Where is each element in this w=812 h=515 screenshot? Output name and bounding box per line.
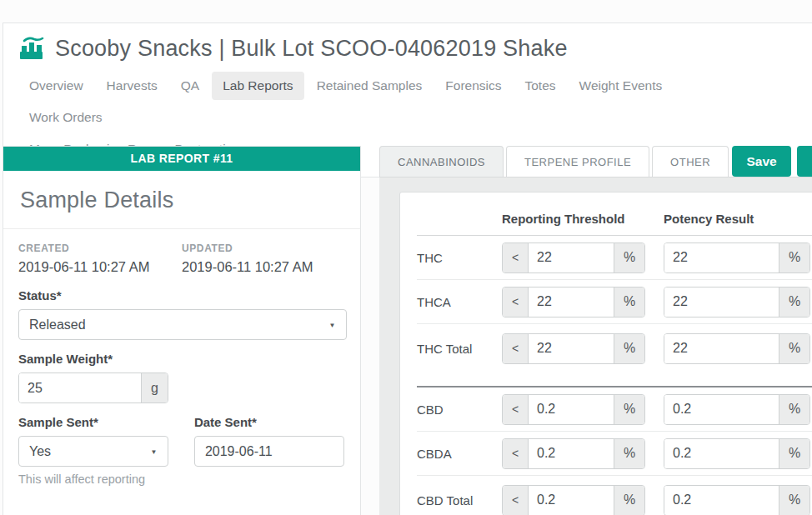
- nav-row-1: Overview Harvests QA Lab Reports Retaine…: [18, 72, 769, 135]
- sample-sent-hint: This will affect reporting: [18, 472, 194, 486]
- title-row: Scooby Snacks | Bulk Lot SCOO-04062019 S…: [18, 35, 812, 62]
- table-row-thc-total: THC Total < %: [417, 324, 812, 386]
- table-row-thc: THC < % %: [417, 236, 812, 280]
- thc-total-result-group: %: [664, 333, 810, 364]
- thc-total-threshold-group: < %: [502, 333, 645, 364]
- thc-threshold-input[interactable]: [529, 243, 614, 272]
- analyte-label: CBD Total: [417, 493, 502, 508]
- sample-sent-select[interactable]: Yes ▼: [18, 436, 168, 467]
- percent-addon: %: [779, 486, 809, 515]
- analyte-label: CBDA: [417, 447, 502, 461]
- cbda-result-input[interactable]: [664, 439, 779, 468]
- thc-result-input[interactable]: [664, 243, 779, 272]
- percent-addon: %: [614, 439, 644, 468]
- nav-item-work-orders[interactable]: Work Orders: [18, 103, 113, 132]
- sample-sent-col: Sample Sent* Yes ▼ This will affect repo…: [18, 403, 194, 486]
- date-sent-input[interactable]: [194, 436, 344, 467]
- cbd-result-input[interactable]: [664, 395, 779, 424]
- cbd-threshold-input[interactable]: [529, 395, 614, 424]
- status-select[interactable]: Released ▼: [18, 309, 347, 340]
- nav-item-weight-events[interactable]: Weight Events: [569, 72, 674, 100]
- tab-terpene-profile[interactable]: TERPENE PROFILE: [506, 146, 649, 177]
- sent-row: Sample Sent* Yes ▼ This will affect repo…: [18, 403, 345, 486]
- less-than-addon: <: [503, 486, 529, 515]
- cbda-threshold-group: < %: [502, 438, 645, 469]
- percent-addon: %: [614, 486, 644, 515]
- tab-other[interactable]: OTHER: [652, 146, 729, 177]
- nav-item-retained-samples[interactable]: Retained Samples: [306, 72, 434, 100]
- nav-item-forensics[interactable]: Forensics: [434, 72, 512, 100]
- sample-body: CREATED 2019-06-11 10:27 AM UPDATED 2019…: [3, 229, 360, 486]
- page-title: Scooby Snacks | Bulk Lot SCOO-04062019 S…: [55, 36, 568, 62]
- cannabinoids-tab-content: Reporting Threshold Potency Result THC <: [379, 177, 812, 515]
- cbd-total-result-input[interactable]: [664, 486, 779, 515]
- page: Scooby Snacks | Bulk Lot SCOO-04062019 S…: [0, 0, 812, 515]
- sample-details-card: LAB REPORT #11 Sample Details CREATED 20…: [3, 146, 361, 515]
- updated-value: 2019-06-11 10:27 AM: [182, 259, 345, 275]
- main: LAB REPORT #11 Sample Details CREATED 20…: [3, 146, 812, 515]
- less-than-addon: <: [503, 439, 529, 468]
- cbda-result-group: %: [664, 438, 810, 469]
- potency-table-card: Reporting Threshold Potency Result THC <: [399, 192, 812, 515]
- created-label: CREATED: [18, 242, 182, 254]
- analyte-label: THCA: [417, 295, 502, 309]
- cbd-threshold-group: < %: [502, 394, 645, 425]
- percent-addon: %: [614, 288, 644, 317]
- cbd-total-threshold-input[interactable]: [529, 486, 614, 515]
- thc-total-result-input[interactable]: [664, 334, 779, 363]
- date-sent-label: Date Sent*: [194, 415, 345, 429]
- save-secondary-button[interactable]: S: [797, 146, 812, 177]
- actions: Save S: [732, 146, 812, 177]
- percent-addon: %: [614, 334, 644, 363]
- sample-weight-label: Sample Weight*: [18, 352, 345, 366]
- analyte-label: THC Total: [417, 342, 502, 356]
- less-than-addon: <: [503, 334, 529, 363]
- percent-addon: %: [614, 243, 644, 272]
- thca-result-group: %: [664, 287, 810, 318]
- percent-addon: %: [779, 288, 809, 317]
- percent-addon: %: [779, 243, 809, 272]
- nav-item-lab-reports[interactable]: Lab Reports: [212, 72, 303, 100]
- thca-result-input[interactable]: [664, 288, 779, 317]
- analyte-label: CBD: [417, 402, 502, 417]
- table-row-cbd-total: CBD Total < %: [417, 476, 812, 515]
- weight-unit-addon: g: [141, 373, 168, 402]
- results-panel: CANNABINOIDS TERPENE PROFILE OTHER Save …: [379, 146, 812, 515]
- cbd-result-group: %: [664, 394, 810, 425]
- table-row-thca: THCA < % %: [417, 280, 812, 324]
- sample-sent-label: Sample Sent*: [18, 415, 194, 429]
- potency-result-header: Potency Result: [664, 212, 810, 226]
- less-than-addon: <: [503, 288, 529, 317]
- chevron-down-icon: ▼: [151, 448, 158, 455]
- sample-details-heading: Sample Details: [20, 188, 343, 213]
- cbd-total-threshold-group: < %: [502, 485, 645, 515]
- cbd-total-result-group: %: [664, 485, 810, 515]
- less-than-addon: <: [503, 243, 529, 272]
- percent-addon: %: [779, 334, 809, 363]
- status-label: Status*: [18, 288, 345, 302]
- thc-result-group: %: [664, 242, 810, 273]
- nav-item-harvests[interactable]: Harvests: [96, 72, 168, 100]
- nav-item-overview[interactable]: Overview: [18, 72, 94, 100]
- created-value: 2019-06-11 10:27 AM: [18, 259, 182, 275]
- sample-weight-input[interactable]: [19, 373, 141, 402]
- tab-cannabinoids[interactable]: CANNABINOIDS: [379, 146, 504, 177]
- thc-threshold-group: < %: [502, 242, 645, 273]
- updated-label: UPDATED: [182, 242, 345, 254]
- date-sent-col: Date Sent*: [194, 403, 345, 486]
- cbda-threshold-input[interactable]: [529, 439, 614, 468]
- thca-threshold-input[interactable]: [529, 288, 614, 317]
- status-select-value: Released: [29, 318, 86, 332]
- less-than-addon: <: [503, 395, 529, 424]
- thc-total-threshold-input[interactable]: [529, 334, 614, 363]
- created-col: CREATED 2019-06-11 10:27 AM: [18, 242, 182, 275]
- save-button[interactable]: Save: [732, 146, 790, 177]
- tabs: CANNABINOIDS TERPENE PROFILE OTHER: [379, 146, 729, 177]
- dates-row: CREATED 2019-06-11 10:27 AM UPDATED 2019…: [18, 242, 345, 275]
- nav-item-totes[interactable]: Totes: [514, 72, 566, 100]
- table-header-row: Reporting Threshold Potency Result: [417, 202, 812, 236]
- tabs-row: CANNABINOIDS TERPENE PROFILE OTHER Save …: [379, 146, 812, 177]
- nav-item-qa[interactable]: QA: [170, 72, 210, 100]
- thca-threshold-group: < %: [502, 287, 645, 318]
- sample-weight-group: g: [18, 372, 168, 403]
